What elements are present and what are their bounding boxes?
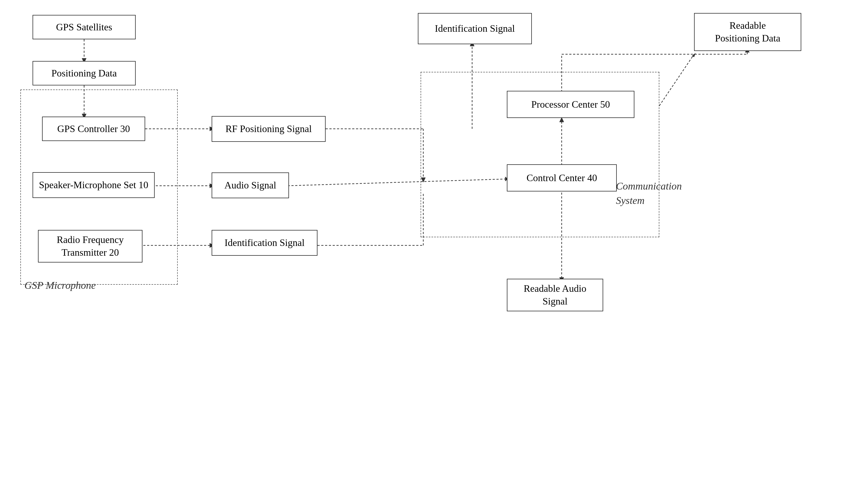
audio-signal-label: Audio Signal <box>224 179 276 192</box>
svg-marker-28 <box>692 53 695 57</box>
positioning-data-label: Positioning Data <box>52 67 117 80</box>
positioning-data-box: Positioning Data <box>33 61 136 86</box>
rf-signal-label: RF Positioning Signal <box>225 123 312 135</box>
id-signal-mid-box: Identification Signal <box>212 230 317 256</box>
readable-audio-label: Readable Audio Signal <box>524 282 586 308</box>
processor-center-label: Processor Center 50 <box>531 98 610 111</box>
readable-pos-box: Readable Positioning Data <box>694 13 801 51</box>
rf-transmitter-box: Radio Frequency Transmitter 20 <box>38 230 143 262</box>
gps-controller-box: GPS Controller 30 <box>42 117 145 141</box>
audio-signal-box: Audio Signal <box>212 172 289 198</box>
processor-center-box: Processor Center 50 <box>507 91 634 118</box>
comm-system-label: CommunicationSystem <box>616 179 682 208</box>
rf-signal-box: RF Positioning Signal <box>212 116 326 142</box>
id-signal-mid-label: Identification Signal <box>225 236 305 249</box>
gsp-microphone-label: GSP Microphone <box>24 279 96 291</box>
gps-satellites-box: GPS Satellites <box>33 15 136 39</box>
control-center-label: Control Center 40 <box>527 172 597 185</box>
rf-transmitter-label: Radio Frequency Transmitter 20 <box>57 233 124 259</box>
readable-pos-label: Readable Positioning Data <box>715 19 780 45</box>
gps-satellites-label: GPS Satellites <box>56 21 112 34</box>
gps-controller-label: GPS Controller 30 <box>57 123 130 135</box>
readable-audio-box: Readable Audio Signal <box>507 279 603 311</box>
speaker-mic-label: Speaker-Microphone Set 10 <box>39 179 148 191</box>
diagram: GPS Satellites Positioning Data GSP Micr… <box>0 0 868 490</box>
id-signal-top-label: Identification Signal <box>435 22 515 35</box>
control-center-box: Control Center 40 <box>507 164 617 191</box>
speaker-mic-box: Speaker-Microphone Set 10 <box>33 172 155 198</box>
svg-line-27 <box>659 54 694 106</box>
id-signal-top-box: Identification Signal <box>418 13 532 44</box>
